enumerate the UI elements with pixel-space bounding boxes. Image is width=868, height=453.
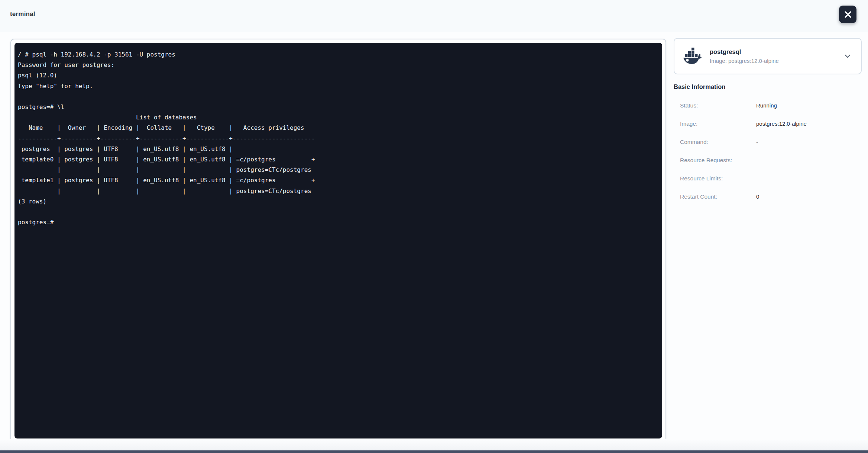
info-row: Resource Requests: xyxy=(680,151,858,169)
info-label: Resource Limits: xyxy=(680,175,756,182)
basic-info-rows: Status:RunningImage:postgres:12.0-alpine… xyxy=(680,96,858,206)
info-value: 0 xyxy=(756,193,759,200)
container-card-text: postgresql Image: postgres:12.0-alpine xyxy=(710,48,836,64)
modal-header: terminal xyxy=(0,0,868,32)
page-title: terminal xyxy=(10,10,35,18)
close-icon xyxy=(844,10,852,19)
bottom-fade xyxy=(0,439,868,450)
info-value: postgres:12.0-alpine xyxy=(756,121,807,127)
info-value: - xyxy=(756,139,758,145)
chevron-down-icon[interactable] xyxy=(844,52,851,60)
container-name: postgresql xyxy=(710,48,836,55)
info-value: Running xyxy=(756,102,777,109)
info-row: Restart Count:0 xyxy=(680,187,858,206)
container-selector[interactable]: postgresql Image: postgres:12.0-alpine xyxy=(674,38,862,74)
container-image-subtitle: Image: postgres:12.0-alpine xyxy=(710,58,836,64)
terminal-panel: / # psql -h 192.168.4.2 -p 31561 -U post… xyxy=(10,39,666,443)
info-row: Resource Limits: xyxy=(680,169,858,187)
close-button[interactable] xyxy=(839,6,856,23)
bottom-edge-bar xyxy=(0,450,868,453)
info-row: Command:- xyxy=(680,133,858,151)
info-label: Image: xyxy=(680,121,756,127)
info-label: Command: xyxy=(680,139,756,145)
info-label: Status: xyxy=(680,102,756,109)
basic-information-heading: Basic Information xyxy=(674,83,725,90)
info-label: Resource Requests: xyxy=(680,157,756,164)
info-row: Image:postgres:12.0-alpine xyxy=(680,115,858,133)
terminal-screen[interactable]: / # psql -h 192.168.4.2 -p 31561 -U post… xyxy=(14,43,662,438)
docker-whale-icon xyxy=(683,48,702,65)
terminal-output: / # psql -h 192.168.4.2 -p 31561 -U post… xyxy=(18,49,658,228)
info-label: Restart Count: xyxy=(680,193,756,200)
info-row: Status:Running xyxy=(680,96,858,115)
